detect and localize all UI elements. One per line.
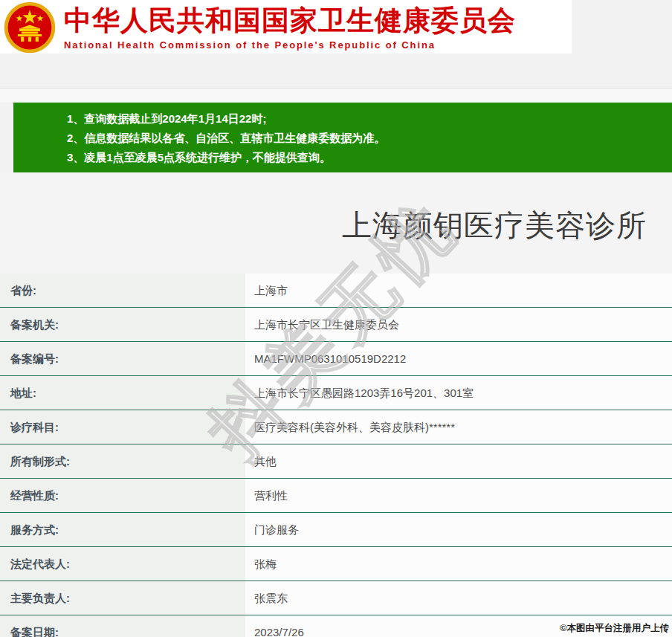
row-label: 主要负责人: (0, 581, 245, 615)
table-row-operating-nature: 经营性质: 营利性 (0, 479, 672, 513)
notice-line-2: 2、信息数据结果以各省、自治区、直辖市卫生健康委数据为准。 (67, 129, 665, 148)
table-row-service-mode: 服务方式: 门诊服务 (0, 513, 672, 547)
row-value: 营利性 (245, 479, 672, 512)
row-label: 地址: (0, 376, 245, 410)
nhc-registration-lookup-page: 中华人民共和国国家卫生健康委员会 National Health Commiss… (0, 0, 672, 637)
site-title-chinese: 中华人民共和国国家卫生健康委员会 (64, 6, 569, 36)
table-row-clinical-departments: 诊疗科目: 医疗美容科(美容外科、美容皮肤科)****** (0, 410, 672, 444)
notice-line-3: 3、凌晨1点至凌晨5点系统进行维护，不能提供查询。 (67, 148, 665, 167)
site-header: 中华人民共和国国家卫生健康委员会 National Health Commiss… (0, 0, 572, 54)
pre-notice-band (0, 88, 672, 103)
row-value: 门诊服务 (245, 513, 672, 546)
registration-info-table: 省份: 上海市 备案机关: 上海市长宁区卫生健康委员会 备案编号: MA1FWM… (0, 274, 672, 637)
table-row-ownership-type: 所有制形式: 其他 (0, 444, 672, 479)
table-row-address: 地址: 上海市长宁区愚园路1203弄16号201、301室 (0, 376, 672, 410)
site-title-english: National Health Commission of the People… (64, 39, 569, 51)
row-label: 备案日期: (0, 615, 245, 637)
table-row-legal-representative: 法定代表人: 张梅 (0, 547, 672, 581)
row-value: MA1FWMP0631010519D2212 (245, 342, 672, 375)
row-label: 服务方式: (0, 513, 245, 546)
china-national-emblem-icon (4, 1, 56, 54)
table-row-filing-number: 备案编号: MA1FWMP0631010519D2212 (0, 342, 672, 376)
row-label: 诊疗科目: (0, 410, 245, 444)
row-label: 法定代表人: (0, 547, 245, 581)
notice-line-1: 1、查询数据截止到2024年1月14日22时; (67, 109, 665, 129)
row-label: 备案编号: (0, 342, 245, 375)
header-titles: 中华人民共和国国家卫生健康委员会 National Health Commiss… (64, 6, 569, 51)
query-notice-box: 1、查询数据截止到2024年1月14日22时; 2、信息数据结果以各省、自治区、… (13, 103, 672, 172)
copyright-watermark: ©本图由平台注册用户上传 (560, 622, 669, 635)
row-label: 备案机关: (0, 308, 245, 341)
row-label: 经营性质: (0, 479, 245, 512)
row-value: 上海市长宁区卫生健康委员会 (245, 308, 672, 341)
row-label: 省份: (0, 274, 245, 307)
header-lower-band (0, 54, 672, 88)
row-value: 张梅 (245, 547, 672, 581)
row-value: 张震东 (245, 581, 672, 615)
result-title-band: 上海颜钥医疗美容诊所 (0, 172, 672, 274)
table-row-principal-person: 主要负责人: 张震东 (0, 581, 672, 615)
row-value: 其他 (245, 444, 672, 478)
clinic-name-title: 上海颜钥医疗美容诊所 (342, 205, 647, 246)
table-row-filing-authority: 备案机关: 上海市长宁区卫生健康委员会 (0, 308, 672, 342)
table-row-province: 省份: 上海市 (0, 274, 672, 308)
row-value: 医疗美容科(美容外科、美容皮肤科)****** (245, 410, 672, 444)
row-value: 上海市长宁区愚园路1203弄16号201、301室 (245, 376, 672, 410)
row-value: 上海市 (245, 274, 672, 307)
row-label: 所有制形式: (0, 444, 245, 478)
